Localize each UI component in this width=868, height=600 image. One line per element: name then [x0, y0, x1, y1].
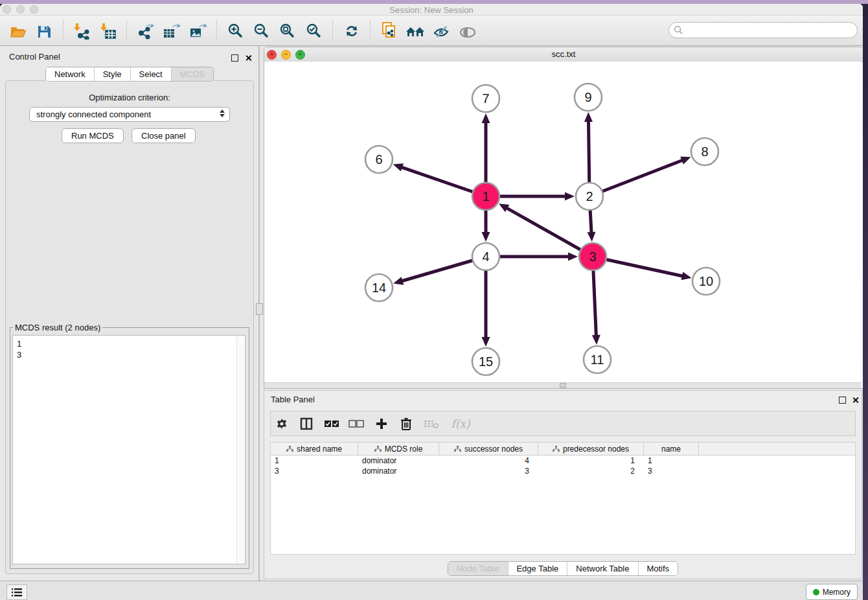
memory-label: Memory	[823, 588, 851, 597]
table-panel-close-button[interactable]	[852, 395, 859, 406]
plus-icon	[375, 417, 388, 430]
table-cell: 3	[271, 466, 358, 476]
import-network-button[interactable]	[70, 19, 93, 43]
zoom-in-icon	[227, 23, 244, 40]
task-history-button[interactable]	[6, 584, 27, 600]
hide-eye-icon	[433, 24, 451, 40]
split-columns-icon	[300, 417, 313, 430]
node-table[interactable]: shared nameMCDS rolesuccessor nodesprede…	[270, 442, 856, 555]
column-type-icon	[553, 446, 560, 452]
mcds-result-text: 1 3	[17, 338, 245, 360]
create-column-button[interactable]	[372, 414, 391, 433]
column-header-name[interactable]: name	[644, 443, 699, 455]
save-session-button[interactable]	[32, 20, 56, 43]
tab-edge-table[interactable]: Edge Table	[507, 562, 567, 575]
control-panel-title: Control Panel	[9, 52, 60, 62]
table-row[interactable]: 1dominator411	[271, 456, 855, 466]
column-header-MCDS-role[interactable]: MCDS role	[358, 443, 439, 455]
arrowhead-icon	[565, 192, 575, 201]
table-row[interactable]: 3dominator323	[271, 466, 855, 476]
network-canvas[interactable]: 7968124314101511	[264, 62, 862, 382]
fx-icon: f(x)	[451, 417, 470, 430]
table-panel: Table Panel f(x) shared nameMCDS rolesuc…	[264, 390, 862, 579]
node-label: 3	[589, 249, 596, 264]
deselect-all-rows-button[interactable]	[347, 414, 366, 433]
memory-button[interactable]: Memory	[806, 584, 858, 600]
toggle-panel-mode-button[interactable]	[297, 414, 316, 433]
run-mcds-button[interactable]: Run MCDS	[62, 128, 124, 143]
horizontal-splitter-handle[interactable]	[560, 383, 566, 388]
export-table-button[interactable]	[160, 19, 183, 43]
table-cell: 3	[439, 466, 538, 476]
arrowhead-icon	[568, 253, 578, 261]
column-header-shared-name[interactable]: shared name	[271, 443, 358, 455]
refresh-icon	[343, 23, 360, 40]
column-type-icon	[286, 446, 293, 452]
edge-3-1[interactable]	[505, 207, 593, 257]
node-label: 6	[375, 152, 382, 167]
float-icon	[839, 397, 846, 404]
export-image-icon	[189, 23, 207, 40]
gray-eye-icon	[459, 25, 477, 40]
trash-icon	[400, 417, 412, 430]
search-field-wrap	[668, 22, 858, 38]
new-network-from-selection-button[interactable]	[378, 19, 401, 42]
tab-mcds[interactable]: MCDS	[171, 67, 213, 81]
mcds-tab-page: Optimization criterion: strongly connect…	[5, 80, 254, 574]
control-panel-float-button[interactable]	[231, 52, 238, 64]
tab-style[interactable]: Style	[94, 67, 130, 81]
table-panel-float-button[interactable]	[839, 395, 846, 406]
splitter-handle[interactable]	[256, 303, 263, 315]
first-neighbors-button[interactable]	[404, 20, 427, 43]
open-file-button[interactable]	[6, 20, 30, 43]
close-panel-button[interactable]: Close panel	[131, 128, 196, 143]
delete-columns-button[interactable]	[396, 414, 416, 433]
column-header-predecessor-nodes[interactable]: predecessor nodes	[538, 443, 644, 455]
copy-network-icon	[381, 21, 398, 40]
function-builder-button[interactable]: f(x)	[446, 414, 475, 433]
delete-table-button[interactable]	[422, 414, 441, 433]
select-all-rows-button[interactable]	[322, 414, 341, 433]
tab-network-table[interactable]: Network Table	[567, 562, 637, 575]
tab-node-table[interactable]: Node Table	[448, 562, 508, 575]
scrollbar-track[interactable]	[236, 336, 244, 563]
zoom-selected-icon	[306, 23, 323, 40]
arrowhead-icon	[482, 113, 490, 123]
network-view-window: ×−+ scc.txt 7968124314101511	[264, 47, 863, 389]
column-header-successor-nodes[interactable]: successor nodes	[439, 443, 538, 455]
mcds-result-textarea[interactable]: 1 3	[12, 335, 246, 564]
zoom-out-button[interactable]	[250, 19, 273, 43]
zoom-in-button[interactable]	[224, 19, 247, 43]
show-hidden-button[interactable]	[456, 21, 479, 44]
table-toolbar: f(x)	[270, 411, 856, 436]
import-table-button[interactable]	[97, 19, 120, 43]
refresh-view-button[interactable]	[340, 19, 363, 43]
hide-selected-button[interactable]	[430, 20, 453, 43]
tab-network[interactable]: Network	[46, 67, 94, 81]
toolbar-separator	[332, 20, 333, 41]
arrowhead-icon	[592, 335, 600, 345]
node-label: 2	[586, 189, 593, 203]
node-label: 1	[482, 189, 489, 203]
houses-icon	[405, 24, 425, 40]
control-panel-close-button[interactable]	[245, 52, 252, 64]
close-icon	[852, 397, 859, 404]
zoom-fit-button[interactable]	[276, 19, 299, 43]
table-cell: 4	[439, 456, 538, 466]
search-input[interactable]	[668, 22, 858, 38]
table-settings-button[interactable]	[272, 414, 291, 433]
export-network-button[interactable]	[134, 19, 157, 43]
table-cell: dominator	[358, 466, 439, 476]
zoom-out-icon	[253, 23, 270, 40]
export-image-button[interactable]	[187, 19, 210, 43]
edge-2-8[interactable]	[589, 159, 684, 196]
arrowhead-icon	[681, 272, 691, 281]
table-body: 1dominator4113dominator323	[271, 456, 855, 476]
node-label: 10	[699, 274, 713, 288]
arrowhead-icon	[482, 337, 490, 347]
zoom-selected-button[interactable]	[303, 19, 326, 43]
tab-select[interactable]: Select	[130, 67, 171, 81]
criterion-select[interactable]: strongly connected component	[29, 107, 230, 122]
tab-motifs[interactable]: Motifs	[637, 562, 678, 575]
table-cell: dominator	[358, 456, 439, 466]
